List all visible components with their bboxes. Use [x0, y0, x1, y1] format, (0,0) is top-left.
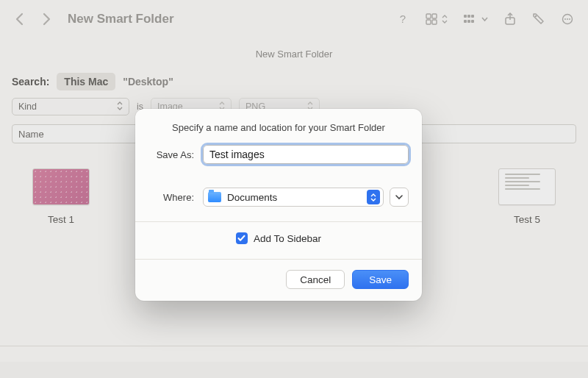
chevron-down-icon — [395, 194, 403, 200]
svg-rect-3 — [426, 20, 431, 24]
where-select[interactable]: Documents — [203, 188, 384, 207]
svg-rect-10 — [471, 20, 474, 23]
save-button[interactable]: Save — [352, 270, 409, 289]
nav-forward-button[interactable] — [37, 10, 56, 29]
file-item[interactable]: Test 5 — [498, 168, 556, 225]
svg-rect-6 — [467, 15, 470, 18]
scope-desktop[interactable]: "Desktop" — [123, 76, 173, 88]
criteria-attribute-select[interactable]: Kind — [12, 98, 129, 115]
share-icon[interactable] — [500, 10, 520, 29]
file-thumbnail — [498, 168, 556, 205]
add-to-sidebar-checkbox[interactable] — [236, 232, 248, 244]
save-as-input[interactable] — [203, 145, 409, 164]
save-sheet: Specify a name and location for your Sma… — [135, 109, 422, 301]
svg-rect-8 — [464, 20, 467, 23]
chevron-updown-icon — [117, 101, 123, 113]
svg-rect-2 — [432, 14, 437, 18]
sheet-title: Specify a name and location for your Sma… — [148, 122, 409, 133]
svg-rect-7 — [471, 15, 474, 18]
group-icon[interactable] — [459, 11, 492, 27]
file-thumbnail — [32, 168, 90, 205]
svg-point-13 — [535, 15, 537, 17]
file-item[interactable]: Test 1 — [32, 168, 90, 225]
window-title: New Smart Folder — [68, 12, 174, 26]
more-icon[interactable] — [557, 10, 578, 28]
toolbar: New Smart Folder ? — [0, 0, 588, 38]
nav-back-button[interactable] — [10, 10, 29, 29]
folder-icon — [208, 192, 221, 202]
file-name: Test 1 — [48, 214, 74, 225]
svg-point-15 — [564, 18, 566, 20]
tag-icon[interactable] — [528, 10, 550, 29]
search-scope-row: Search: This Mac "Desktop" — [0, 65, 588, 95]
separator — [135, 221, 422, 222]
cancel-label: Cancel — [300, 274, 331, 285]
svg-point-16 — [567, 18, 568, 20]
scope-this-mac[interactable]: This Mac — [57, 73, 115, 90]
separator — [135, 259, 422, 260]
help-icon[interactable]: ? — [392, 10, 414, 29]
where-value: Documents — [227, 192, 277, 203]
svg-rect-9 — [467, 20, 470, 23]
svg-text:?: ? — [400, 13, 406, 25]
file-name: Test 5 — [514, 214, 540, 225]
expand-dialog-button[interactable] — [390, 188, 409, 207]
status-bar — [0, 346, 588, 362]
save-as-label: Save As: — [148, 149, 194, 160]
svg-rect-1 — [426, 14, 431, 18]
cancel-button[interactable]: Cancel — [286, 270, 345, 289]
add-to-sidebar-label: Add To Sidebar — [254, 233, 321, 244]
check-icon — [237, 235, 245, 242]
subtitle: New Smart Folder — [0, 38, 588, 65]
where-label: Where: — [148, 192, 194, 203]
svg-point-17 — [569, 18, 570, 20]
search-label: Search: — [12, 76, 49, 88]
criteria-attribute-label: Kind — [18, 101, 37, 112]
name-filter-label: Name — [18, 129, 44, 140]
view-grid-icon[interactable] — [421, 10, 452, 28]
svg-rect-4 — [432, 20, 437, 24]
select-stepper-icon — [367, 190, 380, 204]
save-label: Save — [369, 274, 392, 285]
svg-rect-5 — [464, 15, 467, 18]
